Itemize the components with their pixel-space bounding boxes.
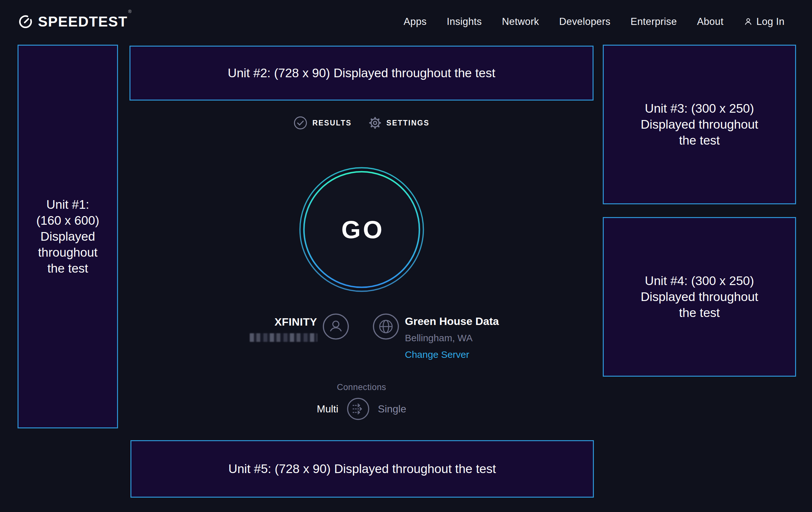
isp-name: XFINITY [222, 315, 317, 328]
redacted-ip-address [250, 333, 317, 342]
isp-user-icon [323, 314, 349, 340]
tab-results[interactable]: RESULTS [293, 116, 351, 130]
server-globe-icon [373, 314, 399, 340]
speedometer-icon [18, 14, 33, 30]
connections-toggle[interactable] [347, 397, 370, 421]
gear-icon [368, 116, 382, 130]
test-tabs: RESULTS SETTINGS [129, 116, 593, 130]
logo-wordmark: SPEEDTEST® [38, 14, 131, 30]
login-label: Log In [756, 16, 785, 27]
ad-unit-4-text: Unit #4: (300 x 250) Displayed throughou… [641, 273, 758, 321]
connections-label: Connections [129, 382, 593, 392]
go-button[interactable]: GO [298, 166, 426, 293]
server-name: Green House Data [405, 315, 539, 327]
isp-block: XFINITY [222, 315, 317, 342]
connections-toggle-row: Multi Singl [129, 397, 593, 421]
multi-connection-arrows-icon [347, 397, 370, 421]
connection-info-row: XFINITY Green House Data Bellingham, WA … [129, 314, 593, 368]
ad-unit-3-text: Unit #3: (300 x 250) Displayed throughou… [641, 101, 758, 149]
nav-item-about[interactable]: About [697, 16, 723, 27]
speedtest-logo[interactable]: SPEEDTEST® [18, 14, 131, 30]
server-block: Green House Data Bellingham, WA Change S… [405, 315, 539, 359]
tab-settings[interactable]: SETTINGS [368, 116, 430, 130]
connections-multi-label[interactable]: Multi [317, 403, 338, 415]
check-circle-icon [293, 116, 308, 130]
change-server-link[interactable]: Change Server [405, 350, 469, 359]
ad-unit-1[interactable]: Unit #1: (160 x 600) Displayed throughou… [18, 45, 118, 428]
ad-unit-3[interactable]: Unit #3: (300 x 250) Displayed throughou… [603, 45, 796, 204]
tab-results-label: RESULTS [312, 119, 351, 127]
speed-test-panel: RESULTS SETTINGS [129, 0, 593, 512]
tab-settings-label: SETTINGS [386, 119, 430, 127]
nav-item-enterprise[interactable]: Enterprise [631, 16, 677, 27]
server-location: Bellingham, WA [405, 333, 539, 343]
ad-unit-4[interactable]: Unit #4: (300 x 250) Displayed throughou… [603, 217, 796, 377]
ad-unit-1-text: Unit #1: (160 x 600) Displayed throughou… [36, 197, 99, 276]
login-button[interactable]: Log In [744, 16, 785, 27]
user-icon [744, 17, 753, 26]
go-button-label: GO [298, 166, 426, 293]
connections-section: Connections Multi [129, 382, 593, 421]
connections-single-label[interactable]: Single [378, 403, 406, 415]
